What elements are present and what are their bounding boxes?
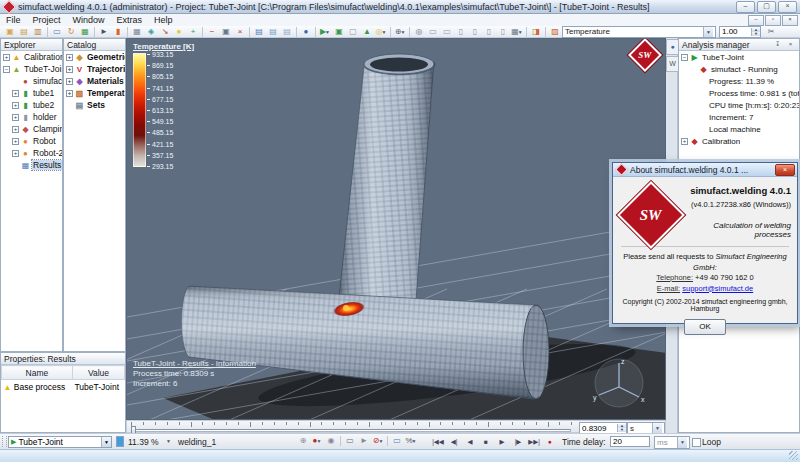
ok-button[interactable]: OK <box>684 319 726 335</box>
expander-icon[interactable]: + <box>66 54 73 61</box>
mdi-close-button[interactable]: × <box>782 15 798 26</box>
catalog-item-temperatu[interactable]: +▧Temperatu... <box>64 87 125 99</box>
analysis-item-cpu-time-h-m-s-0-20-23[interactable]: CPU time [h:m:s]: 0:20:23 <box>679 99 799 111</box>
submit-icon[interactable]: ▲ <box>360 26 374 37</box>
colorbar-icon[interactable]: ▮ <box>111 26 125 37</box>
export-frame-icon[interactable]: ► <box>357 435 371 446</box>
next-frame-button[interactable]: |▶ <box>510 435 526 448</box>
expander-icon[interactable]: + <box>12 114 19 121</box>
explorer-item-clamping[interactable]: +◆Clamping <box>1 123 62 135</box>
expander-icon[interactable]: − <box>681 54 688 61</box>
menu-item-help[interactable]: Help <box>148 15 179 25</box>
axis-triad[interactable]: z x y <box>587 355 651 413</box>
expander-icon[interactable]: + <box>66 90 73 97</box>
add-icon[interactable]: + <box>186 26 200 37</box>
menu-item-window[interactable]: Window <box>67 15 111 25</box>
view-iso-icon[interactable]: ▯ <box>496 26 510 37</box>
run-analysis-icon[interactable]: ▶▼ <box>318 26 332 37</box>
explorer-item-calibration[interactable]: +▲Calibration <box>1 51 62 63</box>
chevron-down-icon[interactable]: ▼ <box>652 423 662 433</box>
print-preview-icon[interactable]: ▤ <box>266 26 280 37</box>
snapshot-icon[interactable]: ◉ <box>324 435 338 446</box>
view-back-icon[interactable]: ▭ <box>440 26 454 37</box>
print-icon[interactable]: ▤ <box>252 26 266 37</box>
loop-checkbox[interactable] <box>692 438 701 447</box>
scale-spinner[interactable]: 1.00 ▲▼ <box>719 26 761 38</box>
viewport-3d[interactable]: Temperature [K] 933.15869.15805.15741.15… <box>126 38 666 420</box>
mesh-icon[interactable]: ▦ <box>130 26 144 37</box>
mdi-restore-button[interactable]: ▫ <box>765 15 781 26</box>
hint-icon[interactable]: ◎▼ <box>374 26 388 37</box>
material-icon[interactable]: ◈ <box>144 26 158 37</box>
frame-capture-icon[interactable]: ▭ <box>343 435 357 446</box>
explorer-item-robot[interactable]: +●Robot <box>1 135 62 147</box>
view-front-icon[interactable]: ▭ <box>426 26 440 37</box>
catalog-item-trajectories[interactable]: +VTrajectories <box>64 63 125 75</box>
catalog-item-geometries[interactable]: +◆Geometries <box>64 51 125 63</box>
pan-icon[interactable]: ⊕ <box>296 435 310 446</box>
time-delay-input[interactable]: 20 <box>610 436 650 447</box>
trajectory-icon[interactable]: ↘ <box>158 26 172 37</box>
chevron-down-icon[interactable]: ▼ <box>677 437 687 448</box>
web-icon[interactable]: ● <box>299 26 313 37</box>
timeline-slider[interactable] <box>131 429 571 432</box>
refresh-icon[interactable]: ↻ <box>64 26 78 37</box>
expander-icon[interactable]: + <box>12 126 19 133</box>
explorer-item-simufact[interactable]: ●simufact <box>1 75 62 87</box>
record-button[interactable]: ● <box>542 435 558 448</box>
explorer-item-tube1[interactable]: +▮tube1 <box>1 87 62 99</box>
last-frame-button[interactable]: ▶▶| <box>526 435 542 448</box>
expander-icon[interactable]: + <box>3 54 10 61</box>
play-backward-button[interactable]: ◀ <box>462 435 478 448</box>
column-header-value[interactable]: Value <box>72 366 124 380</box>
prev-frame-button[interactable]: ◀| <box>446 435 462 448</box>
resize-grip[interactable] <box>789 451 798 460</box>
menu-item-project[interactable]: Project <box>27 15 67 25</box>
expander-icon[interactable]: + <box>12 138 19 145</box>
new-result-icon[interactable]: ▢ <box>346 26 360 37</box>
record-off-icon[interactable]: ⊘▼ <box>371 435 385 446</box>
analysis-item-tubet-joint[interactable]: −▶TubeT-Joint <box>679 51 799 63</box>
analysis-item-increment-7[interactable]: Increment: 7 <box>679 111 799 123</box>
chevron-down-icon[interactable]: ▼ <box>101 437 111 447</box>
explorer-item-tube2[interactable]: +▮tube2 <box>1 99 62 111</box>
pan-mode-icon[interactable]: ⊕▼ <box>393 26 407 37</box>
time-delay-unit-combo[interactable]: ms ▼ <box>654 436 690 449</box>
scale-percent-icon[interactable]: %▼ <box>404 435 418 446</box>
email-link[interactable]: support@simufact.de <box>682 284 753 293</box>
panel-close-icon[interactable]: × <box>785 39 796 50</box>
explorer-item-robot-2[interactable]: +●Robot-2 <box>1 147 62 159</box>
clip-plane-icon[interactable]: ✂ <box>764 26 778 37</box>
time-spinner-arrows[interactable]: ▲▼ <box>617 424 626 432</box>
legend-settings-icon[interactable]: ◨ <box>529 26 543 37</box>
analysis-item-process-time-0-981-s-total-200-0-s[interactable]: Process time: 0.981 s (total: 200.0 s) <box>679 87 799 99</box>
expander-icon[interactable]: + <box>12 102 19 109</box>
catalog-item-sets[interactable]: ▤Sets <box>64 99 125 111</box>
expander-icon[interactable]: + <box>66 66 73 73</box>
record-video-icon[interactable]: ●▼ <box>310 435 324 446</box>
import-icon[interactable]: ▥ <box>31 26 45 37</box>
expander-icon[interactable]: + <box>681 138 688 145</box>
explorer-item-results[interactable]: ▦Results <box>1 159 62 171</box>
table-row[interactable]: ▲ Base process TubeT-Joint <box>2 380 125 395</box>
pin-icon[interactable]: ↧ <box>772 39 783 50</box>
first-frame-button[interactable]: |◀◀ <box>430 435 446 448</box>
close-button[interactable]: × <box>778 1 797 13</box>
analysis-item-progress-11-39[interactable]: Progress: 11.39 % <box>679 75 799 87</box>
minimize-button[interactable]: – <box>736 1 755 13</box>
camera-icon[interactable]: ▣ <box>219 26 233 37</box>
pointer-icon[interactable]: ► <box>97 26 111 37</box>
view-left-icon[interactable]: ▯ <box>454 26 468 37</box>
process-combo[interactable]: ▶ TubeT-Joint ▼ <box>8 436 112 448</box>
toolbar-grip[interactable] <box>2 436 7 447</box>
video-frame-icon[interactable]: ▭ <box>390 435 404 446</box>
delete-icon[interactable]: × <box>233 26 247 37</box>
monitor-icon[interactable]: ▭ <box>50 26 64 37</box>
zoom-icon[interactable]: ◎ <box>412 26 426 37</box>
dialog-close-button[interactable]: × <box>775 164 795 176</box>
queue-icon[interactable]: ▣ <box>332 26 346 37</box>
column-header-name[interactable]: Name <box>2 366 73 380</box>
spinner-arrows[interactable]: ▲▼ <box>751 28 760 36</box>
chevron-down-icon[interactable]: ▼ <box>166 438 171 444</box>
bulb-icon[interactable]: ● <box>172 26 186 37</box>
